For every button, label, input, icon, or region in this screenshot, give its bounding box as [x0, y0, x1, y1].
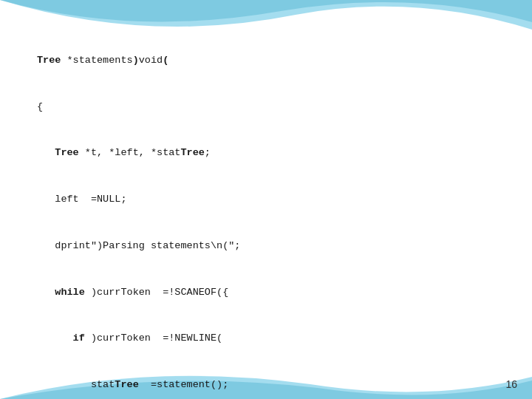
code-line-1: Tree *statements)void(	[37, 53, 495, 69]
code-line-6: while )currToken =!SCANEOF({	[37, 285, 495, 301]
code-block: Tree *statements)void( { Tree *t, *left,…	[37, 22, 495, 399]
code-line-2: {	[37, 100, 495, 115]
page-number: 16	[505, 378, 517, 390]
code-line-7: if )currToken =!NEWLINE(	[37, 331, 495, 347]
code-line-8: statTree =statement();	[37, 378, 495, 393]
content-area: Tree *statements)void( { Tree *t, *left,…	[0, 0, 532, 399]
code-line-5: dprint")Parsing statements\n(";	[37, 239, 495, 254]
code-line-3: Tree *t, *left, *statTree;	[37, 146, 495, 161]
code-line-4: left =NULL;	[37, 192, 495, 208]
